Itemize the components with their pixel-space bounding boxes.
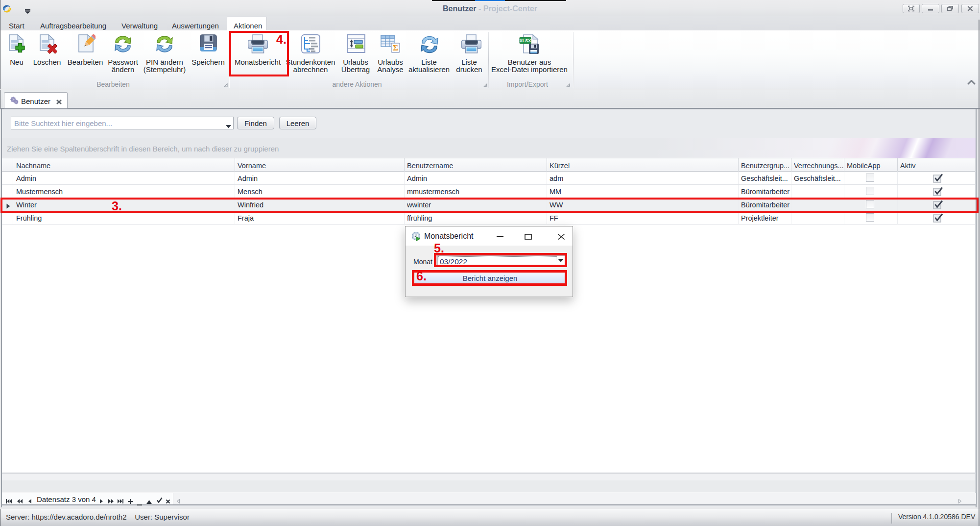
svg-text:Σ: Σ: [393, 43, 398, 52]
svg-text:XLSX: XLSX: [520, 38, 531, 43]
